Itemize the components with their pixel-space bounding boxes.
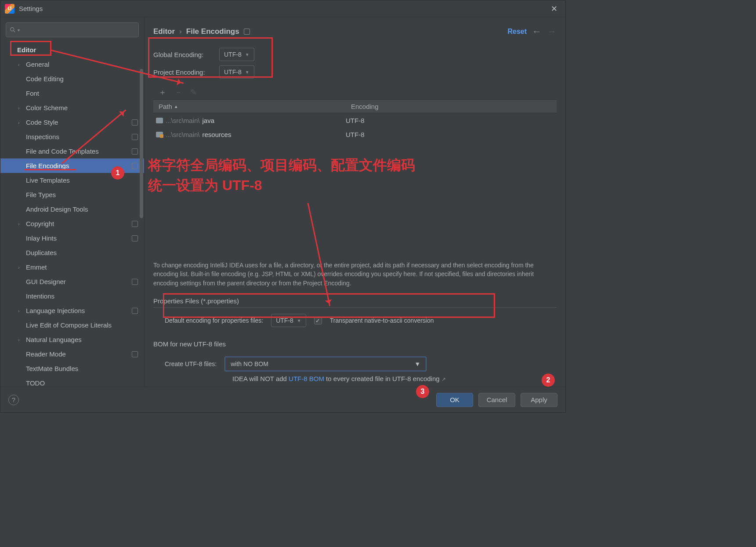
transparent-ascii-label: Transparent native-to-ascii conversion — [330, 317, 434, 324]
close-icon[interactable]: ✕ — [547, 2, 561, 15]
sidebar-item-live-templates[interactable]: Live Templates — [0, 173, 144, 187]
sidebar-item-label: TextMate Bundles — [26, 365, 78, 372]
chevron-right-icon: › — [18, 105, 20, 111]
sidebar-item-label: Inlay Hints — [26, 234, 57, 242]
remove-button: － — [174, 87, 182, 97]
sidebar-item-font[interactable]: Font — [0, 86, 144, 101]
sidebar-item-todo[interactable]: TODO — [0, 376, 144, 387]
chevron-down-icon: ▼ — [245, 52, 250, 57]
chevron-right-icon: › — [18, 265, 20, 270]
sidebar-item-file-and-code-templates[interactable]: File and Code Templates — [0, 144, 144, 158]
table-row[interactable]: ...\src\main\javaUTF-8 — [153, 113, 557, 127]
help-text: To change encoding IntelliJ IDEA uses fo… — [153, 261, 557, 288]
apply-button[interactable]: Apply — [521, 393, 557, 407]
sidebar-item-label: Code Editing — [26, 75, 64, 83]
sidebar-item-file-encodings[interactable]: File Encodings — [0, 158, 144, 173]
breadcrumb-leaf: File Encodings — [186, 27, 239, 36]
column-header-path[interactable]: Path▲ — [153, 100, 346, 113]
sidebar-item-inlay-hints[interactable]: Inlay Hints — [0, 231, 144, 245]
create-utf8-label: Create UTF-8 files: — [165, 360, 217, 367]
svg-line-1 — [14, 31, 15, 32]
scope-icon — [132, 119, 138, 126]
sidebar-item-code-style[interactable]: ›Code Style — [0, 115, 144, 130]
chevron-right-icon: › — [18, 120, 20, 125]
sidebar-item-label: Inspections — [26, 133, 59, 140]
properties-encoding-label: Default encoding for properties files: — [165, 317, 263, 324]
scope-icon — [132, 308, 138, 314]
sidebar-item-textmate-bundles[interactable]: TextMate Bundles — [0, 361, 144, 376]
sidebar-item-label: Copyright — [26, 220, 54, 227]
cancel-button[interactable]: Cancel — [478, 393, 515, 407]
utf8-bom-link[interactable]: UTF-8 BOM — [289, 375, 324, 382]
scope-icon — [244, 29, 250, 35]
column-header-encoding[interactable]: Encoding — [346, 100, 557, 113]
sidebar-item-label: Language Injections — [26, 307, 85, 314]
sidebar-item-file-types[interactable]: File Types — [0, 187, 144, 202]
sidebar-item-label: Intentions — [26, 292, 54, 300]
svg-point-0 — [11, 28, 14, 31]
chevron-right-icon: › — [18, 337, 20, 342]
chevron-down-icon: ▼ — [297, 318, 301, 323]
scope-icon — [132, 148, 138, 155]
sidebar-item-label: Duplicates — [26, 249, 57, 256]
sidebar-item-label: Android Design Tools — [26, 205, 88, 213]
project-encoding-select[interactable]: UTF-8 ▼ — [219, 65, 254, 79]
nav-forward-icon: → — [547, 26, 557, 37]
folder-icon — [156, 118, 163, 123]
sidebar-item-label: Code Style — [26, 119, 58, 126]
sidebar-item-reader-mode[interactable]: Reader Mode — [0, 347, 144, 361]
chevron-down-icon: ▼ — [245, 70, 250, 75]
encoding-value: UTF-8 — [346, 131, 557, 138]
sidebar-item-live-edit-of-compose-literals[interactable]: Live Edit of Compose Literals — [0, 318, 144, 332]
reset-link[interactable]: Reset — [507, 28, 527, 36]
properties-encoding-select[interactable]: UTF-8 ▼ — [271, 314, 306, 327]
sidebar-item-gui-designer[interactable]: GUI Designer — [0, 274, 144, 289]
scope-icon — [132, 235, 138, 241]
path-prefix: ...\src\main\ — [166, 117, 200, 124]
sidebar-item-copyright[interactable]: ›Copyright — [0, 216, 144, 231]
sidebar-item-inspections[interactable]: Inspections — [0, 130, 144, 144]
help-button[interactable]: ? — [8, 395, 19, 405]
breadcrumb-root: Editor — [153, 27, 175, 36]
sidebar-item-emmet[interactable]: ›Emmet — [0, 260, 144, 274]
ok-button[interactable]: OK — [436, 393, 473, 407]
chevron-right-icon: › — [18, 308, 20, 313]
sidebar-item-natural-languages[interactable]: ›Natural Languages — [0, 332, 144, 347]
scrollbar-thumb[interactable] — [140, 69, 143, 218]
sidebar-item-label: GUI Designer — [26, 278, 66, 285]
scope-icon — [132, 221, 138, 227]
sidebar-item-intentions[interactable]: Intentions — [0, 289, 144, 303]
chevron-down-icon: ▼ — [414, 360, 420, 367]
external-link-icon: ↗ — [441, 376, 446, 382]
settings-tree[interactable]: Editor ›GeneralCode EditingFont›Color Sc… — [0, 43, 144, 387]
sidebar-item-android-design-tools[interactable]: Android Design Tools — [0, 202, 144, 216]
chevron-right-icon: › — [18, 221, 20, 227]
sidebar-item-language-injections[interactable]: ›Language Injections — [0, 303, 144, 318]
global-encoding-label: Global Encoding: — [153, 51, 219, 58]
sidebar-item-duplicates[interactable]: Duplicates — [0, 245, 144, 260]
breadcrumb: Editor › File Encodings — [153, 27, 250, 36]
sidebar-item-label: Color Scheme — [26, 104, 68, 112]
tree-label: Editor — [17, 46, 36, 54]
add-button[interactable]: ＋ — [159, 87, 166, 97]
global-encoding-select[interactable]: UTF-8 ▼ — [219, 48, 254, 61]
project-encoding-label: Project Encoding: — [153, 68, 219, 76]
scope-icon — [132, 163, 138, 169]
sidebar-item-label: Emmet — [26, 263, 47, 271]
sidebar-item-code-editing[interactable]: Code Editing — [0, 72, 144, 86]
section-properties: Properties Files (*.properties) — [153, 297, 557, 308]
search-input[interactable]: ▾ — [6, 22, 139, 37]
chevron-right-icon: › — [18, 62, 20, 67]
sidebar-item-general[interactable]: ›General — [0, 57, 144, 72]
table-row[interactable]: ...\src\main\resourcesUTF-8 — [153, 127, 557, 141]
nav-back-icon[interactable]: ← — [532, 26, 542, 37]
sidebar-item-label: Reader Mode — [26, 350, 66, 358]
app-logo-icon: IJ — [5, 4, 14, 14]
sidebar-item-label: Live Edit of Compose Literals — [26, 321, 112, 329]
transparent-ascii-checkbox[interactable]: ✓ — [314, 317, 322, 324]
scope-icon — [132, 134, 138, 140]
sidebar-item-label: Natural Languages — [26, 336, 82, 343]
sort-asc-icon: ▲ — [174, 104, 178, 109]
sidebar-item-label: File and Code Templates — [26, 148, 99, 155]
create-utf8-select[interactable]: with NO BOM ▼ — [224, 356, 427, 371]
